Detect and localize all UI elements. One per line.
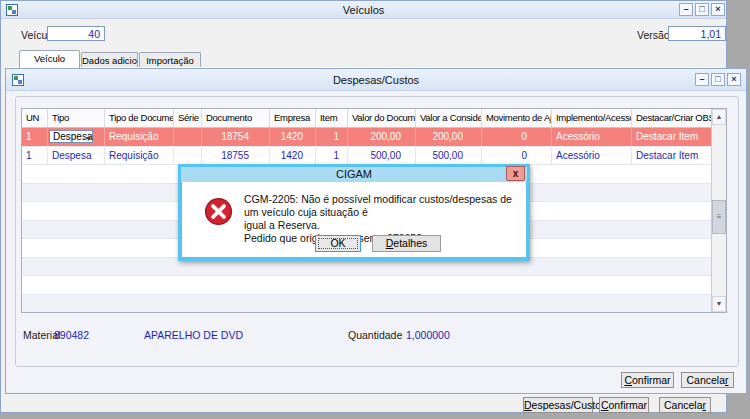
quantidade-value: 1,000000 xyxy=(406,329,450,341)
close-icon[interactable]: × xyxy=(727,73,741,86)
cigam-error-dialog: CIGAM x CGM-2205: Não é possível modific… xyxy=(178,164,530,261)
cell-un[interactable]: 1 xyxy=(22,147,48,165)
detalhes-button[interactable]: Detalhes xyxy=(372,235,441,252)
material-code: 890482 xyxy=(54,329,89,341)
col-header-valor-considerar[interactable]: Valor a Considerar xyxy=(416,109,482,127)
cell-serie[interactable] xyxy=(174,128,202,146)
cancelar-button-despesas[interactable]: Cancelar xyxy=(681,372,734,388)
col-header-item[interactable]: Item xyxy=(316,109,348,127)
col-header-valor-documento[interactable]: Valor do Documento xyxy=(348,109,416,127)
cell-implemento[interactable]: Acessório xyxy=(552,128,632,146)
dialog-body: CGM-2205: Não é possível modificar custo… xyxy=(182,183,526,257)
col-header-tipo[interactable]: Tipo xyxy=(48,109,105,127)
minimize-icon[interactable]: – xyxy=(679,3,693,16)
cell-valor-considerar[interactable]: 500,00 xyxy=(416,147,482,165)
window-icon xyxy=(12,74,24,86)
col-header-implemento[interactable]: Implemento/Acessório xyxy=(552,109,632,127)
cancelar-button-main[interactable]: Cancelar xyxy=(659,397,711,413)
dialog-titlebar[interactable]: CIGAM xyxy=(181,167,527,182)
cell-item[interactable]: 1 xyxy=(316,147,348,165)
desktop: Veículos – □ × Veículo 40 Versão 1,01 Ve… xyxy=(0,0,750,419)
dialog-title: CIGAM xyxy=(336,168,372,180)
cell-tipo-documento[interactable]: Requisição xyxy=(105,128,174,146)
cell-tipo[interactable]: Despesa xyxy=(48,147,105,165)
cell-serie[interactable] xyxy=(174,147,202,165)
scrollbar-thumb[interactable]: ≡ xyxy=(712,200,726,234)
cell-documento[interactable]: 18755 xyxy=(202,147,270,165)
scroll-up-icon[interactable]: ▲ xyxy=(712,109,726,125)
versao-input[interactable]: 1,01 xyxy=(668,26,726,41)
quantidade-label: Quantidade xyxy=(348,329,402,341)
grid-empty-row xyxy=(22,295,726,314)
cell-valor-considerar[interactable]: 200,00 xyxy=(416,128,482,146)
cell-valor-documento[interactable]: 200,00 xyxy=(348,128,416,146)
table-row-selected[interactable]: 1 Despesa▾ Requisição 18754 1420 1 200,0… xyxy=(22,128,726,147)
col-header-movimento-ajuste[interactable]: Movimento de Ajuste xyxy=(482,109,552,127)
veiculos-titlebar[interactable]: Veículos – □ × xyxy=(1,1,726,19)
cell-implemento[interactable]: Acessório xyxy=(552,147,632,165)
table-row[interactable]: 1 Despesa Requisição 18755 1420 1 500,00… xyxy=(22,147,726,166)
grid-header-row: UN Tipo Tipo de Documento Série Document… xyxy=(22,109,726,128)
maximize-icon[interactable]: □ xyxy=(711,73,725,86)
cell-tipo-documento[interactable]: Requisição xyxy=(105,147,174,165)
col-header-un[interactable]: UN xyxy=(22,109,48,127)
scrollbar-track[interactable]: ≡ xyxy=(712,125,726,296)
confirmar-button-main[interactable]: Confirmar xyxy=(599,397,649,413)
cell-empresa[interactable]: 1420 xyxy=(270,147,316,165)
veiculo-input[interactable]: 40 xyxy=(47,26,105,41)
confirmar-button-despesas[interactable]: Confirmar xyxy=(621,372,674,388)
chevron-down-icon[interactable]: ▾ xyxy=(86,132,90,146)
window-title: Despesas/Custos xyxy=(333,74,419,86)
grid-vertical-scrollbar[interactable]: ▲ ≡ ▼ xyxy=(711,109,726,312)
window-icon xyxy=(6,4,18,16)
cell-destacar[interactable]: Destacar Item xyxy=(632,128,712,146)
col-header-tipo-documento[interactable]: Tipo de Documento xyxy=(105,109,174,127)
col-header-destacar[interactable]: Destacar/Criar OBS NF xyxy=(632,109,712,127)
cell-tipo[interactable]: Despesa▾ xyxy=(48,128,105,146)
cell-empresa[interactable]: 1420 xyxy=(270,128,316,146)
close-icon[interactable]: × xyxy=(711,3,725,16)
cell-destacar[interactable]: Destacar Item xyxy=(632,147,712,165)
col-header-serie[interactable]: Série xyxy=(174,109,202,127)
ok-button[interactable]: OK xyxy=(315,235,361,252)
material-description: APARELHO DE DVD xyxy=(144,329,243,341)
cell-un[interactable]: 1 xyxy=(22,128,48,146)
maximize-icon[interactable]: □ xyxy=(695,3,709,16)
scroll-down-icon[interactable]: ▼ xyxy=(712,296,726,312)
cell-item[interactable]: 1 xyxy=(316,128,348,146)
despesas-titlebar[interactable]: Despesas/Custos – □ × xyxy=(6,69,746,91)
col-header-documento[interactable]: Documento xyxy=(202,109,270,127)
tab-veiculo[interactable]: Veículo xyxy=(19,50,80,69)
cell-documento[interactable]: 18754 xyxy=(202,128,270,146)
cell-movimento-ajuste[interactable]: 0 xyxy=(482,147,552,165)
error-icon xyxy=(204,197,233,226)
col-header-empresa[interactable]: Empresa xyxy=(270,109,316,127)
despesas-custos-button[interactable]: Despesas/Custos xyxy=(523,397,593,413)
grid-empty-row xyxy=(22,276,726,295)
cell-movimento-ajuste[interactable]: 0 xyxy=(482,128,552,146)
versao-label: Versão xyxy=(637,29,670,41)
window-title: Veículos xyxy=(343,4,385,16)
minimize-icon[interactable]: – xyxy=(695,73,709,86)
tipo-combobox[interactable]: Despesa▾ xyxy=(49,130,93,143)
cell-valor-documento[interactable]: 500,00 xyxy=(348,147,416,165)
close-icon[interactable]: x xyxy=(506,166,525,181)
